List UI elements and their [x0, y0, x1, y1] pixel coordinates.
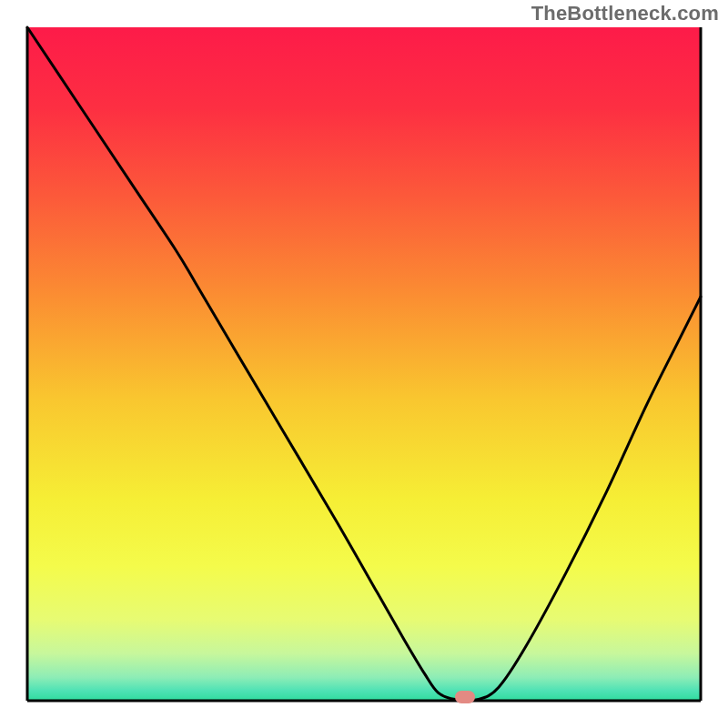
chart-container: TheBottleneck.com	[0, 0, 728, 728]
optimum-marker	[455, 691, 475, 703]
plot-background	[27, 27, 701, 701]
watermark-text: TheBottleneck.com	[531, 2, 719, 25]
bottleneck-chart-svg	[0, 0, 728, 728]
